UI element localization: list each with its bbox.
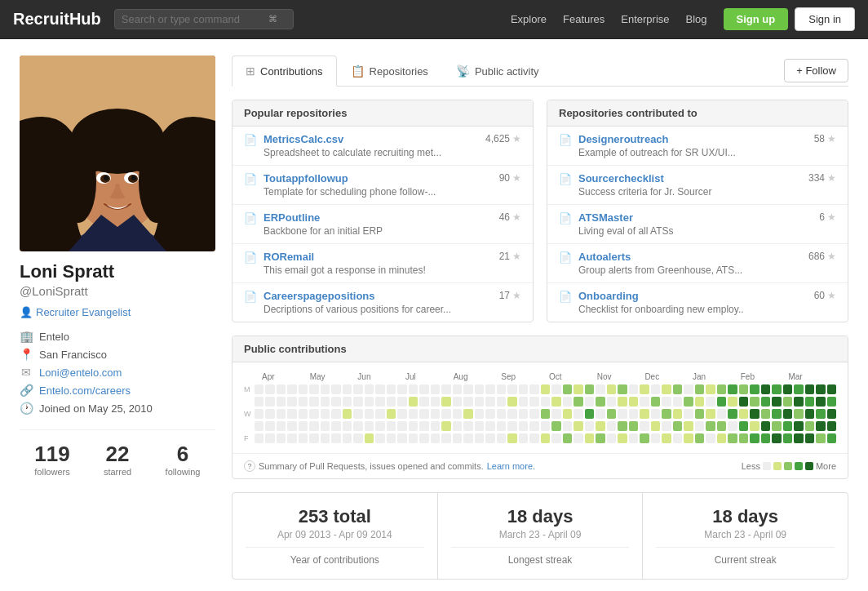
day-cell[interactable] (475, 421, 485, 431)
day-cell[interactable] (365, 433, 374, 443)
day-cell[interactable] (651, 409, 661, 419)
day-cell[interactable] (331, 409, 341, 419)
day-cell[interactable] (299, 433, 308, 443)
day-cell[interactable] (816, 421, 826, 431)
day-cell[interactable] (331, 421, 341, 431)
day-cell[interactable] (607, 421, 617, 431)
day-cell[interactable] (365, 409, 374, 419)
day-cell[interactable] (387, 384, 396, 394)
day-cell[interactable] (662, 421, 671, 431)
day-cell[interactable] (529, 409, 539, 419)
day-cell[interactable] (662, 433, 671, 443)
signin-button[interactable]: Sign in (795, 7, 855, 31)
day-cell[interactable] (750, 421, 760, 431)
day-cell[interactable] (277, 409, 286, 419)
day-cell[interactable] (331, 433, 341, 443)
day-cell[interactable] (475, 409, 485, 419)
tab-repositories[interactable]: 📋 Repositories (337, 56, 442, 87)
day-cell[interactable] (695, 421, 705, 431)
day-cell[interactable] (618, 421, 627, 431)
contrib-repo-name-1[interactable]: Sourcerchecklist (578, 172, 802, 184)
day-cell[interactable] (453, 433, 463, 443)
day-cell[interactable] (574, 433, 583, 443)
day-cell[interactable] (475, 384, 485, 394)
day-cell[interactable] (343, 384, 352, 394)
day-cell[interactable] (673, 433, 683, 443)
day-cell[interactable] (387, 409, 396, 419)
day-cell[interactable] (728, 433, 737, 443)
day-cell[interactable] (485, 409, 495, 419)
day-cell[interactable] (607, 433, 617, 443)
day-cell[interactable] (783, 433, 793, 443)
repo-name-0[interactable]: MetricsCalc.csv (264, 133, 479, 145)
day-cell[interactable] (607, 409, 617, 419)
day-cell[interactable] (585, 433, 595, 443)
day-cell[interactable] (397, 397, 407, 407)
day-cell[interactable] (629, 421, 639, 431)
day-cell[interactable] (277, 384, 286, 394)
day-cell[interactable] (541, 433, 551, 443)
day-cell[interactable] (563, 409, 573, 419)
day-cell[interactable] (497, 433, 507, 443)
day-cell[interactable] (375, 421, 385, 431)
day-cell[interactable] (662, 384, 671, 394)
day-cell[interactable] (475, 433, 485, 443)
day-cell[interactable] (563, 384, 573, 394)
search-input[interactable] (122, 13, 268, 25)
day-cell[interactable] (596, 397, 605, 407)
day-cell[interactable] (255, 384, 264, 394)
stat-followers[interactable]: 119 followers (20, 442, 85, 477)
day-cell[interactable] (265, 384, 275, 394)
day-cell[interactable] (453, 384, 463, 394)
day-cell[interactable] (717, 397, 727, 407)
day-cell[interactable] (596, 421, 605, 431)
day-cell[interactable] (618, 397, 627, 407)
day-cell[interactable] (761, 433, 771, 443)
day-cell[interactable] (375, 397, 385, 407)
day-cell[interactable] (343, 409, 352, 419)
day-cell[interactable] (827, 409, 837, 419)
day-cell[interactable] (794, 397, 804, 407)
day-cell[interactable] (463, 433, 473, 443)
day-cell[interactable] (321, 433, 330, 443)
day-cell[interactable] (419, 384, 429, 394)
day-cell[interactable] (651, 397, 661, 407)
day-cell[interactable] (287, 421, 297, 431)
day-cell[interactable] (299, 397, 308, 407)
day-cell[interactable] (618, 409, 627, 419)
day-cell[interactable] (574, 384, 583, 394)
day-cell[interactable] (607, 384, 617, 394)
day-cell[interactable] (397, 384, 407, 394)
day-cell[interactable] (497, 384, 507, 394)
day-cell[interactable] (321, 397, 330, 407)
nav-explore[interactable]: Explore (511, 13, 547, 25)
day-cell[interactable] (551, 421, 561, 431)
day-cell[interactable] (277, 421, 286, 431)
day-cell[interactable] (794, 433, 804, 443)
day-cell[interactable] (331, 384, 341, 394)
tab-contributions[interactable]: ⊞ Contributions (232, 56, 337, 87)
day-cell[interactable] (684, 421, 693, 431)
day-cell[interactable] (519, 409, 529, 419)
day-cell[interactable] (397, 421, 407, 431)
day-cell[interactable] (507, 409, 517, 419)
day-cell[interactable] (728, 421, 737, 431)
day-cell[interactable] (309, 433, 319, 443)
day-cell[interactable] (519, 397, 529, 407)
follow-button[interactable]: + Follow (784, 59, 848, 82)
day-cell[interactable] (706, 397, 715, 407)
day-cell[interactable] (551, 384, 561, 394)
day-cell[interactable] (287, 384, 297, 394)
day-cell[interactable] (563, 433, 573, 443)
day-cell[interactable] (673, 384, 683, 394)
day-cell[interactable] (640, 384, 649, 394)
day-cell[interactable] (299, 421, 308, 431)
nav-features[interactable]: Features (563, 13, 604, 25)
day-cell[interactable] (574, 421, 583, 431)
day-cell[interactable] (387, 433, 396, 443)
day-cell[interactable] (507, 384, 517, 394)
day-cell[interactable] (541, 397, 551, 407)
day-cell[interactable] (750, 433, 760, 443)
day-cell[interactable] (607, 397, 617, 407)
day-cell[interactable] (772, 421, 782, 431)
